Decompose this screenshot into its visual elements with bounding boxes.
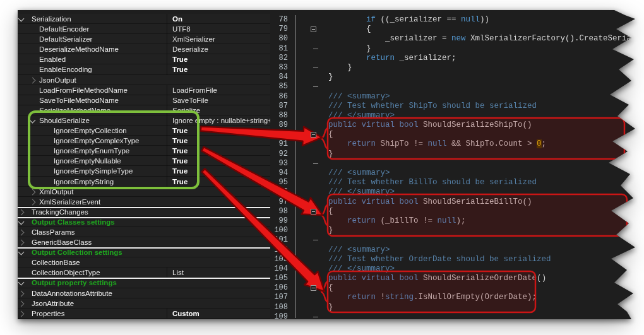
code-line[interactable]: 90 { (270, 130, 639, 139)
category-row-output-property-settings[interactable]: Output property settings (18, 278, 270, 288)
property-value[interactable]: On (167, 14, 270, 24)
code-line[interactable]: 105 public virtual bool ShouldSerializeO… (270, 274, 639, 283)
property-row-jsonattribute[interactable]: JsonAttribute (18, 298, 270, 309)
category-row-output-classes-settings[interactable]: Output Classes settings (18, 217, 270, 227)
fold-collapse-icon[interactable] (311, 209, 316, 215)
chevron-right-icon[interactable] (18, 300, 25, 307)
chevron-right-icon[interactable] (30, 77, 36, 83)
property-value[interactable]: XmlSerializer (167, 34, 270, 44)
token-pl (357, 120, 362, 129)
fold-collapse-icon[interactable] (311, 285, 316, 291)
code-line[interactable]: 99 return (_billTo != null); (270, 216, 639, 226)
property-row-ignoreemptynullable[interactable]: IgnoreEmptyNullableTrue (18, 156, 270, 166)
category-row-output-collection-settings[interactable]: Output Collection settings (18, 247, 270, 257)
property-row-ignoreemptyenumtype[interactable]: IgnoreEmptyEnumTypeTrue (18, 146, 270, 156)
property-row-trackingchanges[interactable]: TrackingChanges (18, 207, 270, 217)
code-line[interactable]: 107 return !string.IsNullOrEmpty(OrderDa… (270, 293, 639, 302)
fold-margin (288, 15, 309, 25)
code-line[interactable]: 98 { (270, 207, 639, 216)
fold-collapse-icon[interactable] (311, 26, 316, 32)
code-line[interactable]: 87 /// Test whether ShipTo should be ser… (270, 102, 639, 111)
code-line[interactable]: 81 } (270, 44, 639, 54)
property-value[interactable]: LoadFromFile (167, 85, 270, 95)
chevron-right-icon[interactable] (18, 290, 25, 297)
code-line[interactable]: 82 return _serializer; (270, 54, 639, 63)
code-line[interactable]: 104 /// </summary> (270, 264, 639, 274)
chevron-down-icon[interactable] (18, 218, 25, 225)
code-line[interactable]: 93 (270, 159, 639, 168)
code-line[interactable]: 88 /// </summary> (270, 111, 639, 120)
property-value[interactable]: True (167, 156, 270, 166)
code-line[interactable]: 94 /// <summary> (270, 168, 639, 178)
property-row-deserializemethodname[interactable]: DeserializeMethodNameDeserialize (18, 44, 270, 54)
property-value[interactable]: Custom (167, 309, 270, 319)
code-line[interactable]: 83 } (270, 63, 639, 73)
property-row-collectionobjecttype[interactable]: CollectionObjectTypeList (18, 267, 270, 278)
property-row-xmlserializerevent[interactable]: XmlSerializerEvent (18, 197, 270, 207)
property-row-defaultserializer[interactable]: DefaultSerializerXmlSerializer (18, 34, 270, 44)
code-line[interactable]: 78 if ((_serializer == null)) (270, 15, 639, 25)
code-line[interactable]: 102 /// <summary> (270, 245, 639, 255)
property-value[interactable]: Ignore empty : nullable+string+c (167, 115, 270, 126)
property-row-jsonoutput[interactable]: JsonOutput (18, 75, 270, 85)
property-row-ignoreemptysimpletype[interactable]: IgnoreEmptySimpleTypeTrue (18, 166, 270, 176)
property-row-defaultencoder[interactable]: DefaultEncoderUTF8 (18, 24, 270, 34)
chevron-down-icon[interactable] (18, 16, 25, 22)
code-line[interactable]: 103 /// Test whether OrderDate should be… (270, 255, 639, 264)
property-row-serialization[interactable]: SerializationOn (18, 14, 270, 24)
property-value[interactable]: True (167, 126, 270, 136)
code-line[interactable]: 79 { (270, 25, 639, 34)
code-line[interactable]: 95 /// Test whether BillTo should be ser… (270, 178, 639, 187)
code-line[interactable]: 97 public virtual bool ShouldSerializeBi… (270, 197, 639, 207)
chevron-right-icon[interactable] (30, 199, 36, 205)
code-line[interactable]: 89 public virtual bool ShouldSerializeSh… (270, 120, 639, 130)
property-row-loadfromfilemethodname[interactable]: LoadFromFileMethodNameLoadFromFile (18, 85, 270, 95)
code-line[interactable]: 80 _serializer = new XmlSerializerFactor… (270, 34, 639, 44)
property-row-savetofilemethodname[interactable]: SaveToFileMethodNameSaveToFile (18, 95, 270, 105)
chevron-right-icon[interactable] (18, 240, 25, 246)
property-row-classparams[interactable]: ClassParams (18, 227, 270, 237)
property-value[interactable]: True (167, 146, 270, 156)
property-row-enableencoding[interactable]: EnableEncodingTrue (18, 64, 270, 74)
property-row-serializemethodname[interactable]: SerializeMethodNameSerialize (18, 105, 270, 115)
code-line[interactable]: 109 (270, 312, 639, 319)
chevron-right-icon[interactable] (18, 310, 25, 317)
code-line[interactable]: 85 (270, 82, 639, 91)
chevron-down-icon[interactable] (30, 117, 36, 123)
property-value[interactable]: True (167, 64, 270, 74)
property-value[interactable]: Serialize (167, 105, 270, 115)
chevron-right-icon[interactable] (30, 189, 36, 195)
property-row-properties[interactable]: PropertiesCustom (18, 309, 270, 319)
property-row-ignoreemptystring[interactable]: IgnoreEmptyStringTrue (18, 177, 270, 187)
chevron-down-icon[interactable] (18, 279, 25, 286)
code-line[interactable]: 101 (270, 235, 639, 245)
chevron-right-icon[interactable] (18, 209, 25, 215)
property-value[interactable]: True (167, 54, 270, 64)
code-line[interactable]: 84 } (270, 73, 639, 82)
property-row-genericbaseclass[interactable]: GenericBaseClass (18, 237, 270, 247)
property-row-ignoreemptycollection[interactable]: IgnoreEmptyCollectionTrue (18, 126, 270, 136)
property-row-shouldserialize[interactable]: ShouldSerializeIgnore empty : nullable+s… (18, 115, 270, 126)
property-row-dataannotationsattribute[interactable]: DataAnnotationsAttribute (18, 288, 270, 298)
fold-collapse-icon[interactable] (311, 132, 316, 138)
code-line[interactable]: 100 } (270, 226, 639, 235)
property-row-xmloutput[interactable]: XmlOutput (18, 187, 270, 197)
property-row-enabled[interactable]: EnabledTrue (18, 54, 270, 64)
property-value[interactable]: True (167, 166, 270, 176)
code-line[interactable]: 86 /// <summary> (270, 92, 639, 102)
property-value[interactable]: True (167, 136, 270, 146)
code-line[interactable]: 108 } (270, 303, 639, 312)
chevron-right-icon[interactable] (18, 230, 25, 236)
property-value[interactable]: True (167, 177, 270, 187)
property-value[interactable]: List (167, 267, 270, 278)
code-line[interactable]: 91 return ShipTo != null && ShipTo.Count… (270, 139, 639, 149)
property-row-ignoreemptycomplextype[interactable]: IgnoreEmptyComplexTypeTrue (18, 136, 270, 146)
property-row-collectionbase[interactable]: CollectionBase (18, 257, 270, 267)
code-line[interactable]: 106 { (270, 283, 639, 293)
code-line[interactable]: 96 /// </summary> (270, 187, 639, 197)
code-line[interactable]: 92 } (270, 150, 639, 159)
property-value[interactable]: Deserialize (167, 44, 270, 54)
chevron-down-icon[interactable] (18, 249, 25, 256)
property-value[interactable]: UTF8 (167, 24, 270, 34)
property-value[interactable]: SaveToFile (167, 95, 270, 105)
